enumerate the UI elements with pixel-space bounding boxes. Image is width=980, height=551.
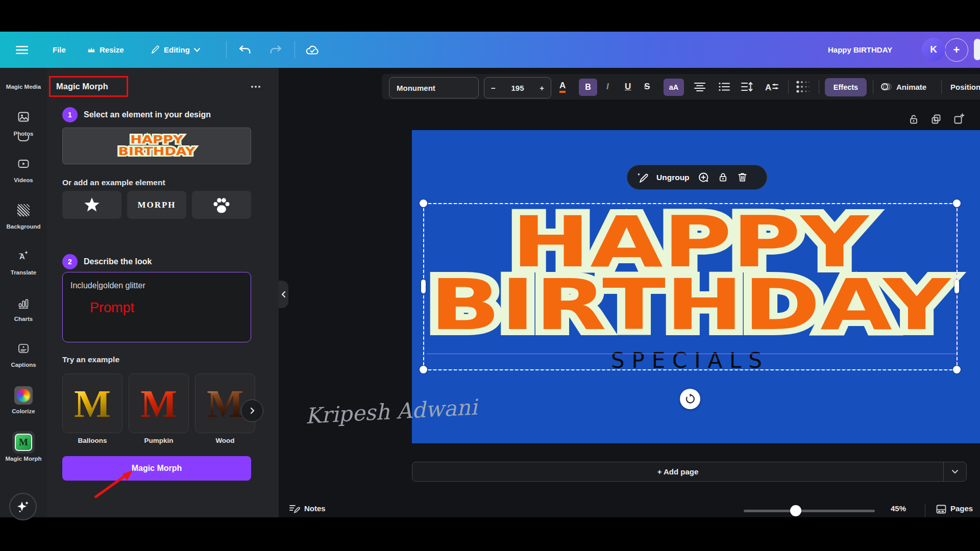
font-size-stepper[interactable]: − 195 + <box>484 77 551 98</box>
photos-icon[interactable] <box>17 111 30 123</box>
example-card-pumpkin[interactable]: M <box>129 373 189 433</box>
example-paw-tile[interactable] <box>192 191 251 219</box>
transparency-button[interactable] <box>795 80 811 94</box>
add-page-above-button[interactable] <box>952 113 965 126</box>
delete-button[interactable] <box>737 171 748 183</box>
pages-label[interactable]: Pages <box>950 504 973 513</box>
magic-edit-button[interactable] <box>636 171 649 184</box>
selection-handle-top-left[interactable] <box>420 199 427 207</box>
topbar-divider <box>295 41 295 59</box>
sidebar-item-captions[interactable]: Captions <box>0 362 47 368</box>
add-page-button[interactable]: + Add page <box>412 462 967 482</box>
sidebar-item-translate[interactable]: Translate <box>0 269 47 276</box>
undo-button[interactable] <box>238 32 252 68</box>
comment-button[interactable] <box>697 171 709 184</box>
color-wheel <box>17 389 30 402</box>
sidebar-item-label: Photos <box>14 131 34 137</box>
cloud-save-status[interactable] <box>305 32 320 68</box>
share-button-partial[interactable] <box>974 39 980 60</box>
preview-text: HAPPY BIRTHDAY <box>63 128 251 164</box>
strikethrough-button[interactable]: S <box>644 74 650 99</box>
position-button[interactable]: Position <box>950 74 980 99</box>
font-size-decrease-button[interactable]: − <box>491 84 496 92</box>
charts-icon[interactable] <box>17 297 30 310</box>
example-card-balloons[interactable]: M <box>62 373 122 433</box>
transparency-icon <box>796 81 810 92</box>
selection-handle-mid-left[interactable] <box>421 280 426 293</box>
ungroup-button[interactable]: Ungroup <box>656 173 690 182</box>
zoom-slider-thumb[interactable] <box>790 505 801 516</box>
selection-handle-mid-right[interactable] <box>954 280 959 293</box>
resize-menu[interactable]: Resize <box>87 32 124 68</box>
ai-assistant-button[interactable] <box>9 493 37 520</box>
paw-icon <box>211 195 232 215</box>
underline-button[interactable]: U <box>625 74 631 99</box>
magic-morph-icon[interactable]: M <box>15 434 32 451</box>
sparkles-icon <box>15 499 31 514</box>
notes-icon <box>290 506 300 513</box>
toolbar-divider <box>788 80 789 94</box>
text-settings-button[interactable]: A <box>765 81 779 93</box>
italic-button[interactable]: I <box>606 74 609 99</box>
text-color-button[interactable]: A <box>559 74 566 99</box>
selection-handle-bottom-right[interactable] <box>953 366 961 373</box>
editing-mode-menu[interactable]: Editing <box>150 32 201 68</box>
add-member-button[interactable]: + <box>945 38 968 62</box>
effects-button[interactable]: Effects <box>825 78 867 96</box>
sidebar-item-photos[interactable]: Photos <box>0 131 47 137</box>
font-size-value[interactable]: 195 <box>511 84 524 92</box>
panel-options-button[interactable] <box>251 86 260 88</box>
zoom-slider-track[interactable] <box>744 510 875 512</box>
videos-icon[interactable] <box>17 158 30 170</box>
hamburger-menu-button[interactable] <box>15 32 29 68</box>
add-page-options-button[interactable] <box>944 469 966 474</box>
selection-handle-bottom-left[interactable] <box>420 366 427 373</box>
translate-icon[interactable]: A <box>17 249 30 262</box>
subelement-outline <box>427 354 957 354</box>
background-icon[interactable] <box>17 204 30 216</box>
uppercase-button[interactable]: aA <box>664 79 684 96</box>
sidebar-item-videos[interactable]: Videos <box>0 177 47 183</box>
document-title[interactable]: Happy BIRTHDAY <box>828 32 892 68</box>
captions-icon[interactable] <box>17 342 30 355</box>
font-size-increase-button[interactable]: + <box>540 84 544 92</box>
lock-icon <box>720 173 726 181</box>
sidebar-item-charts[interactable]: Charts <box>0 316 47 322</box>
redo-button[interactable] <box>268 32 283 68</box>
example-star-tile[interactable] <box>62 191 121 219</box>
animate-button-label: Animate <box>896 83 926 91</box>
prompt-text-before-caret: Include <box>70 281 97 290</box>
rotate-handle[interactable] <box>680 389 700 409</box>
sidebar-item-label: Magic Morph <box>6 456 42 462</box>
underline-icon: U <box>625 82 631 92</box>
step-number: 2 <box>68 258 72 266</box>
align-center-icon <box>695 83 705 91</box>
file-menu[interactable]: File <box>53 32 66 68</box>
sidebar-item-magic-morph[interactable]: Magic Morph <box>0 456 47 462</box>
duplicate-icon <box>933 115 940 123</box>
example-morph-text-tile[interactable]: MORPH <box>127 191 186 219</box>
list-button[interactable] <box>718 81 731 93</box>
sidebar-item-colorize[interactable]: Colorize <box>0 408 47 414</box>
line-spacing-button[interactable] <box>740 81 753 93</box>
bold-button[interactable]: B <box>579 79 597 96</box>
sidebar-item-magic-media[interactable]: Magic Media <box>0 84 47 90</box>
alignment-button[interactable] <box>693 81 706 93</box>
selected-element-preview[interactable]: HAPPY BIRTHDAY <box>62 128 251 164</box>
pages-view-button[interactable] <box>935 503 947 515</box>
element-floating-toolbar: Ungroup <box>627 165 767 190</box>
sidebar-item-background[interactable]: Background <box>0 223 47 230</box>
scroll-examples-next-button[interactable] <box>241 399 263 422</box>
font-family-selector[interactable]: Monument <box>389 77 479 98</box>
selection-handle-top-right[interactable] <box>953 199 961 207</box>
colorize-icon[interactable] <box>14 386 33 405</box>
unlock-page-button[interactable] <box>908 113 920 126</box>
avatar[interactable]: K <box>922 38 945 61</box>
duplicate-page-button[interactable] <box>930 113 942 126</box>
collapse-panel-button[interactable] <box>279 281 288 308</box>
animate-button[interactable]: Animate <box>880 74 926 99</box>
notes-label[interactable]: Notes <box>304 504 326 513</box>
document-title-label: Happy BIRTHDAY <box>828 45 892 54</box>
notes-button[interactable] <box>288 503 301 515</box>
lock-button[interactable] <box>717 171 729 183</box>
